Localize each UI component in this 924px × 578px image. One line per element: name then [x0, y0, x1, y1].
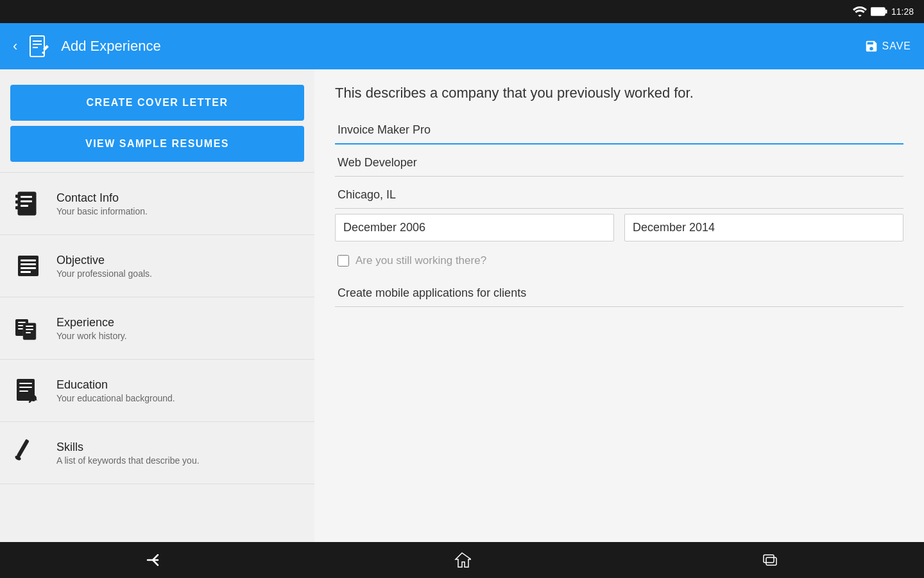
objective-text: Objective Your professional goals. [56, 254, 152, 279]
svg-rect-15 [21, 259, 36, 261]
page-title: Add Experience [61, 38, 160, 55]
svg-rect-18 [21, 271, 31, 273]
time-display: 11:28 [891, 6, 914, 17]
svg-rect-3 [30, 36, 44, 57]
sidebar-item-contact[interactable]: Contact Info Your basic information. [0, 178, 314, 229]
status-bar: 11:28 [0, 0, 924, 23]
back-nav-button[interactable] [128, 547, 180, 573]
skills-subtitle: A list of keywords that describe you. [56, 455, 200, 466]
svg-rect-28 [19, 383, 32, 384]
education-text: Education Your educational background. [56, 378, 175, 403]
home-nav-button[interactable] [436, 547, 488, 573]
education-icon [13, 375, 44, 406]
svg-rect-1 [885, 10, 887, 13]
skills-title: Skills [56, 441, 200, 454]
svg-rect-16 [21, 263, 36, 265]
skills-icon [13, 437, 44, 468]
objective-icon [13, 250, 44, 281]
svg-rect-22 [18, 328, 23, 329]
battery-icon [871, 7, 887, 16]
svg-rect-30 [19, 390, 28, 392]
save-label: SAVE [882, 40, 912, 52]
divider-6 [0, 484, 314, 484]
svg-rect-23 [23, 323, 36, 340]
education-subtitle: Your educational background. [56, 393, 175, 403]
svg-rect-13 [21, 205, 28, 207]
svg-rect-20 [18, 322, 26, 323]
education-title: Education [56, 378, 175, 392]
sidebar: CREATE COVER LETTER VIEW SAMPLE RESUMES … [0, 69, 314, 542]
contact-title: Contact Info [56, 191, 148, 205]
svg-rect-12 [21, 200, 32, 202]
back-nav-icon [145, 551, 163, 569]
wifi-icon [853, 6, 867, 17]
save-button[interactable]: SAVE [864, 39, 912, 53]
svg-rect-10 [15, 206, 19, 209]
svg-rect-29 [19, 387, 32, 388]
right-panel: This describes a company that you previo… [314, 69, 924, 542]
top-bar: ‹ Add Experience SAVE [0, 23, 924, 69]
recents-nav-button[interactable] [744, 547, 796, 573]
still-working-row: Are you still working there? [335, 247, 903, 275]
main-content: CREATE COVER LETTER VIEW SAMPLE RESUMES … [0, 69, 924, 542]
sidebar-item-objective[interactable]: Objective Your professional goals. [0, 240, 314, 292]
home-nav-icon [453, 551, 471, 569]
top-bar-left: ‹ Add Experience [13, 35, 161, 58]
end-date-input[interactable] [624, 214, 903, 241]
svg-rect-33 [17, 439, 30, 457]
edit-document-icon [28, 35, 51, 58]
experience-title: Experience [56, 316, 127, 329]
divider-4 [0, 359, 314, 360]
contact-subtitle: Your basic information. [56, 206, 148, 216]
still-working-label: Are you still working there? [355, 254, 486, 267]
experience-subtitle: Your work history. [56, 331, 127, 341]
recents-nav-icon [761, 551, 779, 569]
experience-text: Experience Your work history. [56, 316, 127, 341]
divider-1 [0, 172, 314, 173]
job-title-input[interactable] [335, 150, 903, 177]
create-cover-letter-button[interactable]: CREATE COVER LETTER [10, 85, 304, 121]
svg-rect-24 [26, 326, 33, 327]
svg-rect-2 [871, 9, 882, 15]
objective-title: Objective [56, 254, 152, 267]
svg-rect-14 [18, 256, 38, 276]
divider-5 [0, 421, 314, 422]
svg-rect-7 [18, 192, 36, 215]
svg-rect-37 [766, 557, 776, 565]
svg-rect-26 [26, 332, 31, 333]
status-icons: 11:28 [853, 6, 914, 17]
svg-rect-8 [15, 195, 19, 198]
save-icon [864, 39, 878, 53]
sidebar-item-skills[interactable]: Skills A list of keywords that describe … [0, 427, 314, 478]
date-row [335, 214, 903, 241]
view-sample-resumes-button[interactable]: VIEW SAMPLE RESUMES [10, 126, 304, 162]
sidebar-item-experience[interactable]: Experience Your work history. [0, 302, 314, 354]
location-input[interactable] [335, 182, 903, 209]
svg-rect-36 [764, 555, 774, 563]
svg-rect-11 [21, 196, 32, 198]
objective-subtitle: Your professional goals. [56, 268, 152, 279]
back-arrow-icon[interactable]: ‹ [13, 38, 17, 55]
contact-info-text: Contact Info Your basic information. [56, 191, 148, 216]
form-description: This describes a company that you previo… [335, 85, 903, 101]
still-working-checkbox[interactable] [338, 255, 349, 267]
svg-rect-9 [15, 200, 19, 204]
sidebar-item-education[interactable]: Education Your educational background. [0, 365, 314, 416]
job-description-input[interactable] [335, 280, 903, 307]
svg-rect-17 [21, 267, 36, 269]
bottom-nav [0, 542, 924, 578]
contact-icon [13, 188, 44, 219]
svg-rect-25 [26, 329, 33, 330]
skills-text: Skills A list of keywords that describe … [56, 441, 200, 466]
company-name-input[interactable] [335, 117, 903, 144]
divider-3 [0, 297, 314, 297]
experience-icon [13, 313, 44, 344]
start-date-input[interactable] [335, 214, 614, 241]
divider-2 [0, 234, 314, 235]
